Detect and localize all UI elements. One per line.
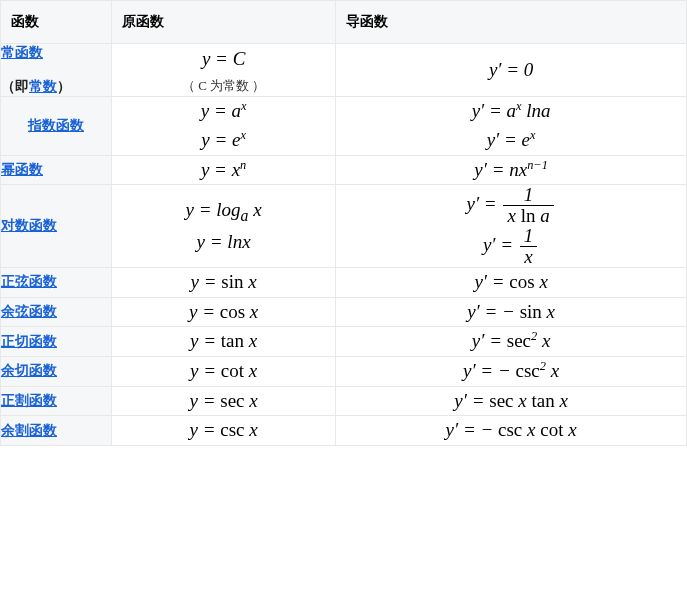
table-row: 余切函数 y = cot x y′ = − csc2 x bbox=[1, 357, 687, 387]
cell-derivative: y′ = 1x ln a y′ = 1x bbox=[336, 185, 687, 268]
cell-derivative: y′ = − csc x cot x bbox=[336, 416, 687, 446]
cell-derivative: y′ = sec x tan x bbox=[336, 386, 687, 416]
table-row: 指数函数 y = ax y = ex y′ = ax lna y′ = ex bbox=[1, 97, 687, 156]
cell-derivative: y′ = 0 bbox=[336, 44, 687, 97]
cell-original: y = cos x bbox=[112, 297, 336, 327]
link-logarithm[interactable]: 对数函数 bbox=[1, 218, 57, 233]
table-row: 正弦函数 y = sin x y′ = cos x bbox=[1, 268, 687, 298]
cell-original: y = loga x y = lnx bbox=[112, 185, 336, 268]
link-cosine[interactable]: 余弦函数 bbox=[1, 304, 57, 319]
link-cotangent[interactable]: 余切函数 bbox=[1, 363, 57, 378]
cell-derivative: y′ = ax lna y′ = ex bbox=[336, 97, 687, 156]
header-derivative: 导函数 bbox=[336, 1, 687, 44]
cell-derivative: y′ = − csc2 x bbox=[336, 357, 687, 387]
header-original: 原函数 bbox=[112, 1, 336, 44]
row-label-tangent: 正切函数 bbox=[1, 327, 112, 357]
row-label-constant: 常函数 （即常数） bbox=[1, 44, 112, 97]
table-row: 正割函数 y = sec x y′ = sec x tan x bbox=[1, 386, 687, 416]
link-power[interactable]: 幂函数 bbox=[1, 162, 43, 177]
cell-original: y = sec x bbox=[112, 386, 336, 416]
table-row: 对数函数 y = loga x y = lnx y′ = 1x ln a y′ … bbox=[1, 185, 687, 268]
table-row: 幂函数 y = xn y′ = nxn−1 bbox=[1, 155, 687, 185]
link-exponential[interactable]: 指数函数 bbox=[28, 118, 84, 133]
table-row: 常函数 （即常数） y = C （ C 为常数 ） y′ = 0 bbox=[1, 44, 687, 97]
derivative-table: 函数 原函数 导函数 常函数 （即常数） y = C （ C 为常数 ） y′ … bbox=[0, 0, 687, 446]
link-tangent[interactable]: 正切函数 bbox=[1, 334, 57, 349]
cell-original: y = tan x bbox=[112, 327, 336, 357]
row-label-cosine: 余弦函数 bbox=[1, 297, 112, 327]
row-label-logarithm: 对数函数 bbox=[1, 185, 112, 268]
cell-derivative: y′ = sec2 x bbox=[336, 327, 687, 357]
link-constant[interactable]: 常数 bbox=[29, 79, 57, 94]
table-row: 正切函数 y = tan x y′ = sec2 x bbox=[1, 327, 687, 357]
row-label-power: 幂函数 bbox=[1, 155, 112, 185]
link-cosecant[interactable]: 余割函数 bbox=[1, 423, 57, 438]
table-row: 余弦函数 y = cos x y′ = − sin x bbox=[1, 297, 687, 327]
cell-original: y = ax y = ex bbox=[112, 97, 336, 156]
cell-derivative: y′ = cos x bbox=[336, 268, 687, 298]
row-label-secant: 正割函数 bbox=[1, 386, 112, 416]
table-header-row: 函数 原函数 导函数 bbox=[1, 1, 687, 44]
link-sine[interactable]: 正弦函数 bbox=[1, 274, 57, 289]
link-secant[interactable]: 正割函数 bbox=[1, 393, 57, 408]
cell-original: y = cot x bbox=[112, 357, 336, 387]
cell-original: y = xn bbox=[112, 155, 336, 185]
cell-derivative: y′ = nxn−1 bbox=[336, 155, 687, 185]
row-label-cotangent: 余切函数 bbox=[1, 357, 112, 387]
row-label-sine: 正弦函数 bbox=[1, 268, 112, 298]
row-label-exponential: 指数函数 bbox=[1, 97, 112, 156]
header-function: 函数 bbox=[1, 1, 112, 44]
cell-original: y = C （ C 为常数 ） bbox=[112, 44, 336, 97]
cell-derivative: y′ = − sin x bbox=[336, 297, 687, 327]
table-row: 余割函数 y = csc x y′ = − csc x cot x bbox=[1, 416, 687, 446]
link-constant-function[interactable]: 常函数 bbox=[1, 45, 43, 60]
row-label-cosecant: 余割函数 bbox=[1, 416, 112, 446]
cell-original: y = csc x bbox=[112, 416, 336, 446]
cell-original: y = sin x bbox=[112, 268, 336, 298]
